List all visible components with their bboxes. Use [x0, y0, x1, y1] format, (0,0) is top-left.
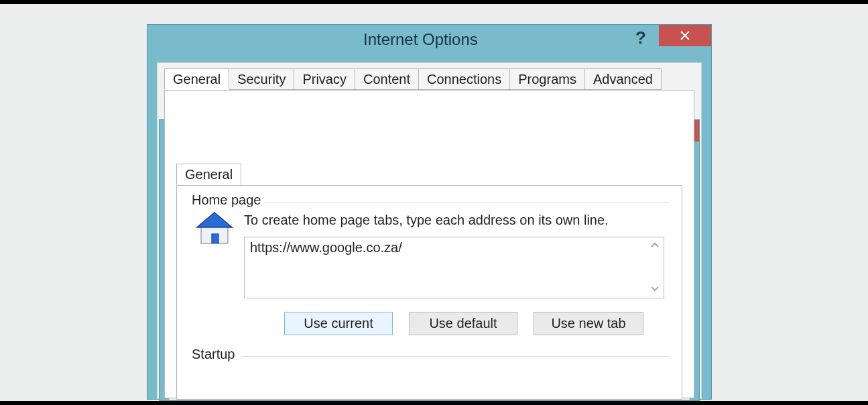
tab-advanced[interactable]: Advanced: [584, 68, 662, 90]
close-button[interactable]: [659, 25, 711, 46]
decoration-top-bar: [0, 0, 868, 4]
tab-security[interactable]: Security: [229, 68, 294, 90]
homepage-group-line: [264, 202, 670, 202]
tab-connections[interactable]: Connections: [418, 68, 510, 90]
homepage-hint: To create home page tabs, type each addr…: [244, 213, 609, 228]
tab-general[interactable]: General: [164, 68, 229, 90]
close-icon: [680, 31, 690, 40]
use-new-tab-button[interactable]: Use new tab: [534, 312, 643, 335]
homepage-address-input[interactable]: https://www.google.co.za/: [244, 237, 664, 298]
scroll-up-button[interactable]: [647, 239, 662, 253]
back-titlebar[interactable]: Internet Options ?: [147, 25, 711, 56]
startup-group-label: Startup: [189, 347, 237, 362]
chevron-up-icon: [651, 241, 659, 249]
svg-marker-1: [197, 213, 232, 227]
scroll-down-button[interactable]: [647, 282, 662, 296]
front-tab-panel: Home page To create home page tabs, type…: [176, 185, 682, 400]
back-window-title: Internet Options: [363, 30, 478, 49]
homepage-address-value: https://www.google.co.za/: [250, 240, 643, 255]
chevron-down-icon: [651, 284, 659, 292]
startup-group-line: [241, 356, 670, 357]
use-current-button[interactable]: Use current: [284, 312, 393, 335]
decoration-bottom-bar: [0, 401, 868, 405]
front-client-area: General Content Connections Programs Adv…: [169, 158, 690, 400]
tab-privacy[interactable]: Privacy: [294, 68, 355, 90]
homepage-group-label: Home page: [189, 192, 263, 208]
back-tabrow: General Security Privacy Content Connect…: [164, 68, 694, 91]
use-default-button[interactable]: Use default: [409, 312, 517, 335]
tab-programs[interactable]: Programs: [509, 68, 585, 90]
tab-general[interactable]: General: [176, 164, 241, 185]
tab-content[interactable]: Content: [355, 68, 419, 90]
help-button[interactable]: ?: [631, 27, 651, 48]
svg-rect-2: [212, 234, 219, 243]
home-icon: [194, 211, 235, 246]
